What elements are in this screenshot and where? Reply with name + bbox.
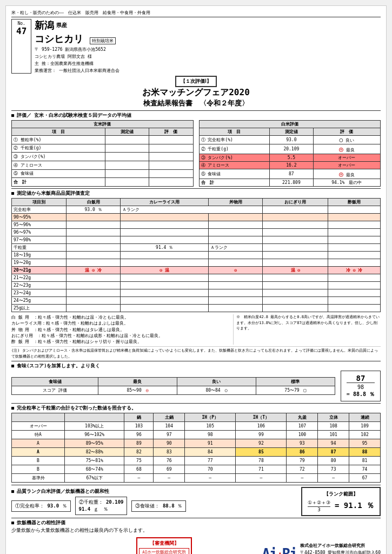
total-table: 鍋 土鍋 IH（P） IH（T） 丸釜 立体 連続 オーバー103%以上 103… [11, 413, 381, 483]
table-row: 特A96〜102% 96979899100101102 [12, 431, 381, 439]
logo-text: Ai+Ri [262, 547, 297, 554]
hakumai-h1: 項 目 [199, 128, 270, 136]
variety-row: コシヒカリ 特別栽培米 [35, 32, 381, 45]
table-row: ④ アミロース [12, 161, 194, 169]
genmai-h3: 評 価 [149, 128, 193, 136]
table-row: 基準外67%以下 ——————67 [12, 474, 381, 483]
score-result: = 88.8 ％ [347, 391, 375, 397]
audit-org: AIホー炊飯総合研究所 [142, 550, 186, 554]
genmai-table: 玄米評価 項 目 測定値 評 価 ① 整粒率(%) ② 千粒重(g) ③ タンパ… [11, 120, 194, 187]
hakumai-title: 白米評価 [199, 121, 381, 128]
section1-label: ■ 評価／ 玄米・白米の試験米検査５回データの平均値 [11, 113, 381, 119]
table-row: A82〜88% 828384 85 86 87 88 [12, 448, 381, 457]
table-row: 18〜19g [12, 252, 381, 259]
prefecture-name: 新潟 県産 [35, 19, 67, 32]
rank-items-row: ①完全粒率： 93.0 ％ ②千粒重： 20.109 91.4 ｇ ％ ③食味値… [11, 497, 301, 515]
audit-stamp-inner: AIホー炊飯総合研究所 2020年12月 平田 幸一 [139, 548, 189, 554]
q-h4: おにぎり用 [263, 199, 328, 206]
audit-stamp: 【審査機関】 AIホー炊飯総合研究所 2020年12月 平田 幸一 [136, 537, 192, 554]
q-h5: 酢飯用 [328, 199, 381, 206]
audit-label: 【審査機関】 [139, 540, 189, 547]
title-line1: お米マッチングフェア2020 [142, 87, 250, 97]
section4-label: ■ 完全粒率と千粒重の合計を2で割った数値を照合する。 [11, 405, 381, 412]
s-h0: 食味値 [12, 378, 98, 386]
note-line: 白 飯 用 ：粒々感・弾力性・粒離れは温・冷ともに最良。 [11, 314, 228, 320]
table-row: 完全粒率 93.0 ％ Ａランク [12, 206, 381, 214]
score-formula: 87 98 = 88.8 ％ [341, 371, 381, 401]
t-h0 [12, 413, 65, 422]
t-h1: 鍋 [124, 413, 154, 422]
table-row: ③ タンパク(%) 5.5 オーバー [199, 154, 381, 162]
section2-label: ■ 測定値から米飯商品品質評価査定 [11, 190, 381, 197]
company-name: 株式会社アイホー炊飯総合研究所 [300, 543, 381, 550]
page: 米・粒し・販売のための―― 仕込米 販売用 給食用・中食用・外食用 No. 47… [5, 5, 387, 554]
top-bar-text: 米・粒し・販売のための―― 仕込米 販売用 給食用・中食用・外食用 [11, 10, 150, 16]
s-h2: 良い [177, 378, 256, 386]
table-row: 90〜95% [12, 214, 381, 221]
company-postal: 〒442-8580 愛知県豊川市白鳥町防入60 [300, 550, 381, 554]
table-row: 合 計 [12, 178, 194, 187]
table-row: ② 千粒重(g) [12, 144, 194, 153]
note-line: 酢 飯 用 ：粒々感・弾力性・粒離れはシャリ切り・握りは最良。 [11, 339, 228, 345]
section5-wrapper: ■ 品質ランク白米評価／炊飯機器との親和性 ①完全粒率： 93.0 ％ ②千粒重… [11, 487, 381, 516]
score-table: 食味値 最良 良い 標準 スコア 評価 85〜90 ◎ 80〜84 ○ 75〜7… [11, 377, 335, 395]
rank-formula-row: ①＋②＋③ 3 = 91.1 ％ [308, 499, 374, 512]
table-row: ③ タンパク(%) [12, 153, 194, 161]
no-box: No. 47 [11, 19, 31, 74]
t-h3: IH（P） [185, 413, 236, 422]
t-h5: 丸釜 [287, 413, 318, 422]
table-row: 25g以上 [12, 305, 381, 312]
genmai-h1: 項 目 [12, 128, 105, 136]
company-info: 株式会社アイホー炊飯総合研究所 〒442-8580 愛知県豊川市白鳥町防入60 … [300, 543, 381, 554]
note-line: 丼 物 用 ：粒々感・弾力性・粒離れはタレ通しは最良。 [11, 327, 228, 333]
box-title: 【１次評価Ⅰ】 [175, 76, 217, 87]
notes-bottom: (注) タンパクおよびアミロース・含水率は低温保管筒および精米機と負荷加減によっ… [11, 346, 381, 359]
logo-container: Ai+Ri アイ アールアイ [262, 547, 297, 554]
s-h1: 最良 [98, 378, 177, 386]
quality-table: 項目別 白飯用 カレーライス用 丼物用 おにぎり用 酢飯用 完全粒率 93.0 … [11, 198, 381, 312]
genmai-h2: 測定値 [105, 128, 149, 136]
table-row: ① 整粒率(%) [12, 136, 194, 144]
section3-label: ■ 食味(スコア)を加算します。より良く [11, 363, 381, 370]
farm-name: コシヒカリ農場 阿部文吉 様 [35, 54, 381, 60]
table-row: ⑤ 食味値 [12, 169, 194, 178]
rank-item3: ③食味値： 88.8 ％ [131, 500, 186, 512]
table-row: 20〜21g 温 ◎ 冷 ◎ 温 ◎ 温 ◎ 冷 ◎ 冷 [12, 267, 381, 274]
table-row: 97〜98% [12, 236, 381, 244]
q-h3: 丼物用 [208, 199, 263, 206]
table-row: ② 千粒重(g) 20.109 ◎ 最良 [199, 144, 381, 154]
score-denominator: 98 [347, 382, 375, 390]
table-row: スコア 評価 85〜90 ◎ 80〜84 ○ 75〜79 □ [12, 386, 335, 395]
table-row: 千粒重 91.4 ％ Ａランク [12, 244, 381, 252]
notes-left: 白 飯 用 ：粒々感・弾力性・粒離れは温・冷ともに最良。 カレーライス用：粒々感… [11, 314, 228, 345]
table-row: ④ アミロース 16.2 オーバー [199, 162, 381, 169]
main-title: 【１次評価Ⅰ】 お米マッチングフェア2020 検査結果報告書 〈令和２年度〉 [11, 76, 381, 108]
note-line: カレーライス用：粒々感・弾力性・粒離れはまぶしは最良。 [11, 320, 228, 326]
section6-label: ■ 炊飯機器との相性評価 [11, 520, 381, 526]
hakumai-h2: 測定値 [270, 128, 313, 136]
rank-result: = 91.1 ％ [335, 501, 374, 511]
rank-formula-text: ①＋②＋③ 3 [308, 499, 330, 512]
table-row: 24〜25g [12, 297, 381, 305]
q-h0: 項目別 [12, 199, 67, 206]
q-h1: 白飯用 [66, 199, 121, 206]
t-h2: 土鍋 [154, 413, 185, 422]
score-numerator: 87 [356, 374, 365, 382]
prefecture-row: 新潟 県産 [35, 19, 381, 32]
table-row: A89〜95% 89909192939495 [12, 439, 381, 448]
biz-org-row: 業務運営： 一般社団法人日本米穀商連合会 [35, 68, 381, 74]
header-section: No. 47 新潟 県産 コシヒカリ 特別栽培米 〒 959-1276 新潟県燕… [11, 19, 381, 74]
header-info: 新潟 県産 コシヒカリ 特別栽培米 〒 959-1276 新潟県燕市小池5652… [35, 19, 381, 74]
table-row: 19〜20g [12, 259, 381, 267]
hakumai-h3: 評 価 [313, 128, 380, 136]
table-row: 23〜24g [12, 289, 381, 297]
no-value: 47 [16, 26, 26, 36]
t-h4: IH（T） [236, 413, 287, 422]
genmai-title: 玄米評価 [12, 121, 194, 128]
no-label: No. [16, 21, 26, 26]
section5-main: ■ 品質ランク白米評価／炊飯機器との親和性 ①完全粒率： 93.0 ％ ②千粒重… [11, 487, 301, 515]
footer-section: 2020 年 12 月 8 日 【審査機関】 AIホー炊飯総合研究所 2020年… [11, 537, 381, 554]
table-row: 22〜23g [12, 282, 381, 289]
address-line: 〒 959-1276 新潟県燕市小池5652 [35, 47, 381, 52]
table-row: 95〜96% [12, 221, 381, 229]
